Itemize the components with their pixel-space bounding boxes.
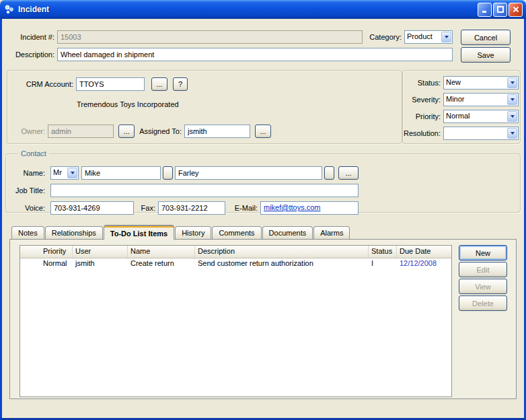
cell-status: I: [369, 258, 397, 271]
incident-window: Incident Incident #: Category: Product C…: [0, 0, 526, 420]
column-header-user[interactable]: User: [73, 246, 128, 258]
category-select[interactable]: Product: [404, 30, 453, 44]
window-controls: [478, 3, 523, 17]
account-name-text: Tremendous Toys Incorporated: [77, 98, 179, 111]
category-label: Category:: [364, 30, 402, 44]
view-button[interactable]: View: [459, 279, 507, 294]
column-header-name[interactable]: Name: [128, 246, 195, 258]
incident-number-label: Incident #:: [7, 30, 54, 44]
window-title: Incident: [18, 5, 478, 14]
window-body: Incident #: Category: Product Cancel Des…: [0, 19, 526, 420]
cancel-button[interactable]: Cancel: [461, 30, 511, 45]
description-label: Description:: [7, 48, 54, 61]
chevron-down-icon[interactable]: [507, 77, 517, 88]
save-button[interactable]: Save: [461, 47, 511, 63]
crm-help-button[interactable]: ?: [173, 77, 188, 91]
first-name-field[interactable]: [81, 166, 161, 180]
tab-alarms[interactable]: Alarms: [313, 226, 350, 239]
resolution-label: Resolution:: [403, 127, 441, 140]
status-groupbox: Status: New Severity: Minor Priority: No…: [402, 70, 521, 144]
account-groupbox: CRM Account: ... ? Tremendous Toys Incor…: [7, 70, 402, 144]
priority-label: Priority:: [403, 110, 441, 123]
voice-field[interactable]: [50, 201, 134, 215]
incident-number-field[interactable]: [57, 30, 363, 44]
assigned-to-label: Assigned To:: [137, 125, 182, 138]
maximize-icon[interactable]: [493, 3, 507, 17]
close-icon[interactable]: [509, 3, 523, 17]
chevron-down-icon[interactable]: [507, 111, 517, 122]
last-name-field[interactable]: [175, 166, 322, 180]
first-name-extra-button[interactable]: [163, 166, 173, 180]
last-name-extra-button[interactable]: [324, 166, 334, 180]
status-label: Status:: [403, 76, 441, 90]
tab-strip: Notes Relationships To-Do List Items His…: [11, 225, 350, 240]
todo-tab-panel: Priority User Name Description Status Du…: [9, 239, 517, 399]
crm-account-label: CRM Account:: [10, 77, 73, 91]
edit-button[interactable]: Edit: [459, 262, 507, 277]
tab-history[interactable]: History: [175, 226, 211, 239]
app-icon: [3, 4, 15, 15]
name-prefix-value: Mr: [51, 167, 67, 179]
job-title-label: Job Title:: [6, 184, 45, 197]
category-value: Product: [405, 31, 441, 43]
chevron-down-icon[interactable]: [441, 32, 451, 42]
tab-todo-list-items[interactable]: To-Do List Items: [104, 225, 174, 240]
owner-label: Owner:: [13, 125, 45, 138]
chevron-down-icon[interactable]: [507, 94, 517, 105]
column-header-priority[interactable]: Priority: [20, 246, 73, 258]
assigned-browse-button[interactable]: ...: [255, 125, 271, 138]
titlebar[interactable]: Incident: [0, 0, 526, 19]
table-row[interactable]: Normal jsmith Create return Send custome…: [20, 258, 451, 271]
fax-label: Fax:: [137, 201, 155, 215]
email-link[interactable]: mikef@ttoys.com: [264, 203, 321, 211]
column-header-due-date[interactable]: Due Date: [397, 246, 451, 258]
job-title-field[interactable]: [50, 184, 359, 197]
severity-select[interactable]: Minor: [443, 93, 519, 106]
todo-table-header: Priority User Name Description Status Du…: [20, 246, 451, 258]
delete-button[interactable]: Delete: [459, 295, 507, 311]
todo-table: Priority User Name Description Status Du…: [20, 245, 452, 397]
resolution-value: [444, 127, 506, 139]
contact-browse-button[interactable]: ...: [338, 166, 359, 180]
cell-description: Send customer return authorization: [195, 258, 369, 271]
tab-comments[interactable]: Comments: [212, 226, 261, 239]
status-value: New: [444, 77, 506, 89]
chevron-down-icon[interactable]: [507, 128, 517, 139]
contact-group-caption: Contact: [18, 149, 49, 158]
crm-browse-button[interactable]: ...: [151, 77, 167, 91]
crm-account-field[interactable]: [76, 77, 145, 91]
severity-value: Minor: [444, 94, 506, 106]
assigned-to-field[interactable]: [184, 125, 250, 138]
priority-select[interactable]: Normal: [443, 110, 519, 123]
email-field[interactable]: mikef@ttoys.com: [260, 201, 359, 215]
status-select[interactable]: New: [443, 76, 519, 90]
fax-field[interactable]: [158, 201, 225, 215]
name-label: Name:: [6, 166, 45, 180]
column-header-status[interactable]: Status: [369, 246, 397, 258]
cell-name: Create return: [128, 258, 195, 271]
tab-relationships[interactable]: Relationships: [45, 226, 103, 239]
priority-value: Normal: [444, 110, 506, 123]
tab-documents[interactable]: Documents: [262, 226, 313, 239]
email-label: E-Mail:: [228, 201, 258, 215]
owner-field[interactable]: [48, 125, 114, 138]
tab-notes[interactable]: Notes: [11, 226, 44, 239]
name-prefix-select[interactable]: Mr: [50, 166, 79, 180]
owner-browse-button[interactable]: ...: [118, 125, 135, 138]
resolution-select[interactable]: [443, 127, 519, 140]
chevron-down-icon[interactable]: [67, 168, 77, 178]
cell-due-date: 12/12/2008: [397, 258, 451, 271]
minimize-icon[interactable]: [478, 3, 492, 17]
cell-user: jsmith: [73, 258, 128, 271]
column-header-description[interactable]: Description: [195, 246, 369, 258]
new-button[interactable]: New: [459, 245, 507, 260]
description-field[interactable]: [57, 48, 453, 61]
voice-label: Voice:: [6, 201, 45, 215]
severity-label: Severity:: [403, 93, 441, 106]
contact-groupbox: Contact Name: Mr ... Job Title: Voice: F…: [5, 153, 521, 213]
cell-priority: Normal: [20, 258, 73, 271]
